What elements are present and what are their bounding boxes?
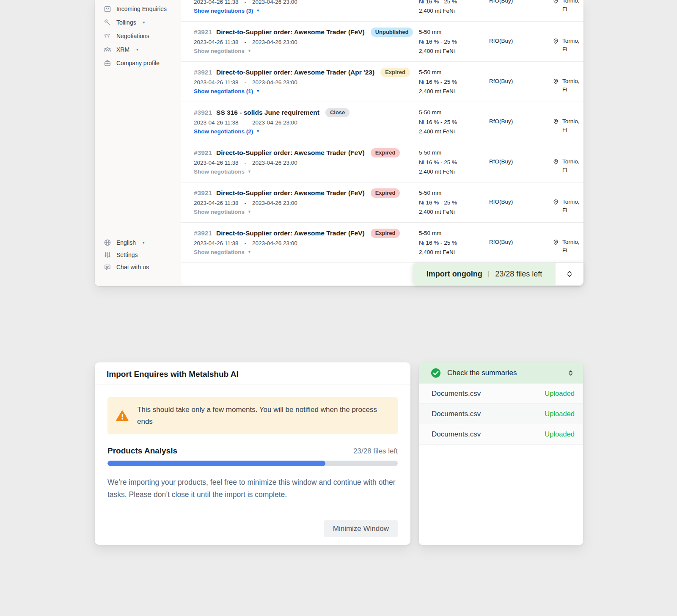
order-type: RfO(Buy) — [489, 142, 553, 182]
order-id: #3921 — [194, 28, 212, 36]
order-id: #3921 — [194, 109, 212, 116]
order-dates: 2023-04-26 11:38 - 2023-04-26 23:00 — [194, 159, 419, 166]
show-negotiations-link[interactable]: Show negotiations ▼ — [194, 168, 419, 175]
order-row[interactable]: #3921 Direct-to-Supplier order: Awesome … — [181, 62, 583, 102]
list-item: Documents.csv Uploaded — [419, 404, 583, 424]
sidebar-item-label: Negotiations — [116, 33, 149, 39]
modal-header: Import Enquires with Metalshub AI — [95, 362, 410, 384]
order-title: SS 316 - solids June requirement — [216, 109, 319, 116]
minimize-window-button[interactable]: Minimize Window — [324, 520, 398, 537]
order-title: Direct-to-Supplier order: Awesome Trader… — [216, 69, 374, 76]
sidebar-item-tollings[interactable]: Tollings ▾ — [95, 16, 181, 29]
order-row[interactable]: 2023-04-26 11:38 - 2023-04-26 23:00 Show… — [181, 0, 583, 22]
summaries-panel-header[interactable]: Check the summaries — [419, 362, 583, 384]
sidebar-item-label: Company profile — [116, 60, 160, 66]
sidebar-item-label: English — [116, 239, 136, 246]
location-pin-icon — [553, 0, 559, 5]
chevron-down-icon: ▼ — [256, 8, 260, 13]
chevron-down-icon: ▼ — [248, 169, 251, 174]
sidebar-item-chat[interactable]: Chat with us — [95, 261, 181, 273]
spec-size: 5-50 mm — [419, 68, 489, 77]
order-specs: 5-50 mm Ni 16 % - 25 % 2,400 mt FeNi — [419, 0, 489, 21]
chevron-down-icon: ▼ — [248, 49, 251, 53]
order-type: RfO(Buy) — [489, 102, 553, 142]
sidebar-item-negotiations[interactable]: Negotiations — [95, 29, 181, 43]
import-files-left: 23/28 files left — [495, 270, 542, 279]
order-title: Direct-to-Supplier order: Awesome Trader… — [216, 189, 365, 197]
show-negotiations-link[interactable]: Show negotiations (3) ▼ — [194, 7, 419, 14]
sidebar-item-label: Settings — [116, 251, 138, 258]
sidebar-item-language[interactable]: English ▾ — [95, 236, 181, 249]
order-type: RfO(Buy) — [489, 0, 553, 21]
order-row[interactable]: #3921 SS 316 - solids June requirement C… — [181, 102, 583, 142]
file-status: Uploaded — [545, 430, 575, 438]
order-specs: 5-50 mm Ni 16 % - 25 % 2,400 mt FeNi — [419, 223, 489, 262]
order-dates: 2023-04-26 11:38 - 2023-04-26 23:00 — [194, 199, 419, 207]
order-id: #3921 — [194, 69, 212, 76]
chevron-down-icon: ▼ — [256, 129, 260, 133]
sliders-icon — [104, 251, 111, 259]
check-circle-icon — [431, 368, 441, 378]
spec-grade: Ni 16 % - 25 % — [419, 37, 489, 47]
location-pin-icon — [553, 37, 559, 45]
order-row[interactable]: #3921 Direct-to-Supplier order: Awesome … — [181, 22, 583, 62]
spec-quantity: 2,400 mt FeNi — [419, 6, 489, 16]
import-status-content: Import ongoing | 23/28 files left — [413, 263, 556, 285]
order-type: RfO(Buy) — [489, 182, 553, 222]
chevron-down-icon: ▾ — [143, 240, 145, 245]
order-title: Direct-to-Supplier order: Awesome Trader… — [216, 229, 365, 237]
spec-quantity: 2,400 mt FeNi — [419, 167, 489, 177]
chevron-down-icon: ▼ — [248, 210, 251, 214]
sidebar-item-label: XRM — [116, 46, 129, 53]
show-negotiations-link[interactable]: Show negotiations ▼ — [194, 47, 419, 55]
sidebar-item-label: Tollings — [116, 19, 136, 26]
list-item: Documents.csv Uploaded — [419, 424, 583, 445]
unfold-icon — [566, 270, 573, 278]
spec-grade: Ni 16 % - 25 % — [419, 0, 489, 6]
file-status: Uploaded — [545, 410, 575, 418]
status-badge: Expired — [371, 188, 400, 198]
sidebar-item-incoming-enquiries[interactable]: Incoming Enquiries — [95, 2, 181, 16]
show-negotiations-link[interactable]: Show negotiations ▼ — [194, 248, 419, 256]
sidebar-item-company-profile[interactable]: Company profile — [95, 56, 181, 70]
sidebar-item-xrm[interactable]: XRM ▾ — [95, 43, 181, 56]
spec-size: 5-50 mm — [419, 28, 489, 37]
chevron-down-icon: ▼ — [248, 250, 251, 254]
sidebar-item-settings[interactable]: Settings — [95, 249, 181, 261]
summaries-panel-title: Check the summaries — [447, 369, 517, 377]
chat-icon — [104, 263, 111, 271]
progress-bar-fill — [107, 461, 325, 466]
order-dates: 2023-04-26 11:38 - 2023-04-26 23:00 — [194, 0, 419, 6]
order-dates: 2023-04-26 11:38 - 2023-04-26 23:00 — [194, 38, 419, 46]
summaries-panel: Check the summaries Documents.csv Upload… — [419, 362, 583, 545]
spec-quantity: 2,400 mt FeNi — [419, 87, 489, 97]
show-negotiations-link[interactable]: Show negotiations (2) ▼ — [194, 127, 419, 135]
expand-collapse-button[interactable] — [567, 369, 574, 377]
status-badge: Unpublished — [371, 28, 413, 37]
show-negotiations-link[interactable]: Show negotiations ▼ — [194, 208, 419, 215]
spec-size: 5-50 mm — [419, 188, 489, 198]
order-location: Tornio, FI — [553, 182, 583, 222]
chevron-down-icon: ▾ — [143, 20, 145, 25]
status-badge: Close — [325, 108, 350, 117]
spec-grade: Ni 16 % - 25 % — [419, 158, 489, 168]
file-name: Documents.csv — [432, 410, 481, 418]
unfold-icon — [567, 369, 574, 377]
order-row[interactable]: #3921 Direct-to-Supplier order: Awesome … — [181, 182, 583, 223]
file-name: Documents.csv — [432, 389, 481, 398]
location-pin-icon — [553, 198, 559, 206]
show-negotiations-link[interactable]: Show negotiations (1) ▼ — [194, 87, 419, 95]
order-specs: 5-50 mm Ni 16 % - 25 % 2,400 mt FeNi — [419, 22, 489, 61]
sidebar-item-label: Incoming Enquiries — [116, 6, 167, 12]
divider: | — [488, 270, 490, 278]
quotes-icon — [104, 32, 111, 40]
file-status: Uploaded — [545, 389, 575, 398]
spec-size: 5-50 mm — [419, 108, 489, 118]
order-type: RfO(Buy) — [489, 62, 553, 102]
order-row[interactable]: #3921 Direct-to-Supplier order: Awesome … — [181, 142, 583, 182]
expand-collapse-button[interactable] — [556, 263, 583, 285]
files-left-counter: 23/28 files left — [353, 447, 398, 456]
people-icon — [104, 46, 111, 53]
order-title: Direct-to-Supplier order: Awesome Trader… — [216, 28, 365, 36]
order-row[interactable]: #3921 Direct-to-Supplier order: Awesome … — [181, 223, 583, 263]
